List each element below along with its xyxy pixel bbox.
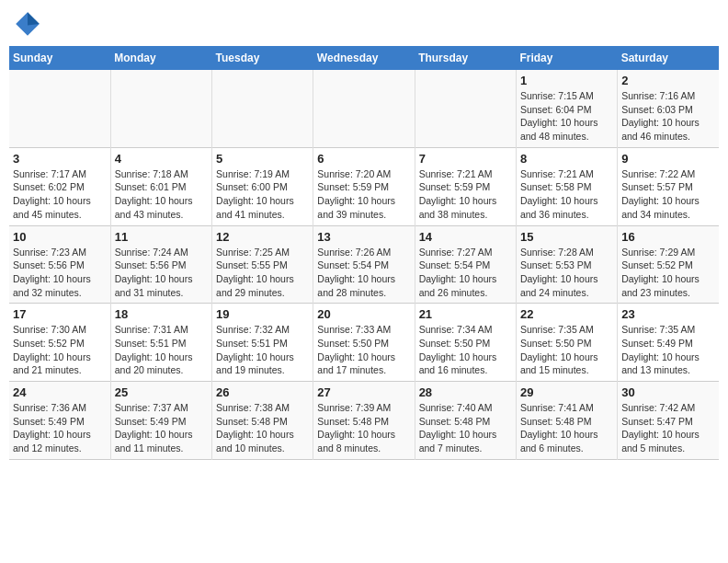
day-of-week-header: Friday bbox=[516, 46, 617, 70]
day-of-week-header: Saturday bbox=[618, 46, 719, 70]
day-number: 1 bbox=[520, 74, 613, 87]
day-info: Sunrise: 7:22 AM Sunset: 5:57 PM Dayligh… bbox=[621, 167, 715, 222]
calendar-day-cell bbox=[212, 70, 313, 147]
day-info: Sunrise: 7:38 AM Sunset: 5:48 PM Dayligh… bbox=[216, 401, 309, 455]
day-info: Sunrise: 7:40 AM Sunset: 5:48 PM Dayligh… bbox=[419, 401, 512, 455]
calendar-week-row: 24Sunrise: 7:36 AM Sunset: 5:49 PM Dayli… bbox=[9, 382, 719, 460]
calendar-day-cell: 28Sunrise: 7:40 AM Sunset: 5:48 PM Dayli… bbox=[415, 382, 516, 460]
day-info: Sunrise: 7:26 AM Sunset: 5:54 PM Dayligh… bbox=[317, 246, 410, 300]
day-number: 18 bbox=[115, 307, 208, 321]
calendar-day-cell: 30Sunrise: 7:42 AM Sunset: 5:47 PM Dayli… bbox=[618, 382, 719, 460]
day-info: Sunrise: 7:31 AM Sunset: 5:51 PM Dayligh… bbox=[115, 323, 208, 377]
day-number: 3 bbox=[13, 152, 107, 166]
day-number: 16 bbox=[621, 230, 715, 244]
day-info: Sunrise: 7:33 AM Sunset: 5:50 PM Dayligh… bbox=[317, 323, 410, 377]
calendar-week-row: 17Sunrise: 7:30 AM Sunset: 5:52 PM Dayli… bbox=[9, 304, 719, 382]
day-number: 27 bbox=[317, 385, 410, 399]
logo bbox=[13, 9, 46, 39]
day-number: 13 bbox=[317, 230, 410, 244]
day-info: Sunrise: 7:34 AM Sunset: 5:50 PM Dayligh… bbox=[419, 323, 512, 377]
calendar-day-cell: 16Sunrise: 7:29 AM Sunset: 5:52 PM Dayli… bbox=[618, 225, 719, 304]
day-of-week-header: Tuesday bbox=[212, 46, 313, 70]
day-number: 22 bbox=[520, 307, 613, 321]
svg-marker-1 bbox=[28, 12, 40, 25]
calendar-day-cell: 7Sunrise: 7:21 AM Sunset: 5:59 PM Daylig… bbox=[415, 147, 516, 225]
calendar-day-cell: 15Sunrise: 7:28 AM Sunset: 5:53 PM Dayli… bbox=[516, 225, 617, 304]
day-number: 12 bbox=[216, 230, 309, 244]
day-info: Sunrise: 7:25 AM Sunset: 5:55 PM Dayligh… bbox=[216, 246, 309, 300]
calendar-day-cell: 9Sunrise: 7:22 AM Sunset: 5:57 PM Daylig… bbox=[618, 147, 719, 225]
calendar-day-cell: 24Sunrise: 7:36 AM Sunset: 5:49 PM Dayli… bbox=[9, 382, 110, 460]
day-number: 24 bbox=[13, 385, 107, 399]
day-info: Sunrise: 7:18 AM Sunset: 6:01 PM Dayligh… bbox=[115, 167, 208, 222]
calendar-day-cell: 17Sunrise: 7:30 AM Sunset: 5:52 PM Dayli… bbox=[9, 304, 110, 382]
day-number: 25 bbox=[115, 385, 208, 399]
calendar-day-cell: 26Sunrise: 7:38 AM Sunset: 5:48 PM Dayli… bbox=[212, 382, 313, 460]
calendar-day-cell: 22Sunrise: 7:35 AM Sunset: 5:50 PM Dayli… bbox=[516, 304, 617, 382]
day-number: 20 bbox=[317, 307, 410, 321]
day-number: 5 bbox=[216, 152, 309, 166]
day-number: 28 bbox=[419, 385, 512, 399]
day-number: 30 bbox=[621, 385, 715, 399]
day-number: 26 bbox=[216, 385, 309, 399]
calendar-day-cell: 18Sunrise: 7:31 AM Sunset: 5:51 PM Dayli… bbox=[110, 304, 211, 382]
calendar-day-cell bbox=[9, 70, 110, 147]
calendar-day-cell: 20Sunrise: 7:33 AM Sunset: 5:50 PM Dayli… bbox=[313, 304, 415, 382]
day-number: 14 bbox=[419, 230, 512, 244]
calendar-day-cell bbox=[313, 70, 415, 147]
day-info: Sunrise: 7:35 AM Sunset: 5:50 PM Dayligh… bbox=[520, 323, 613, 377]
day-number: 6 bbox=[317, 152, 410, 166]
day-number: 21 bbox=[419, 307, 512, 321]
day-number: 8 bbox=[520, 152, 613, 166]
calendar-day-cell: 5Sunrise: 7:19 AM Sunset: 6:00 PM Daylig… bbox=[212, 147, 313, 225]
day-info: Sunrise: 7:36 AM Sunset: 5:49 PM Dayligh… bbox=[13, 401, 107, 455]
day-info: Sunrise: 7:27 AM Sunset: 5:54 PM Dayligh… bbox=[419, 246, 512, 300]
day-info: Sunrise: 7:24 AM Sunset: 5:56 PM Dayligh… bbox=[115, 246, 208, 300]
day-info: Sunrise: 7:16 AM Sunset: 6:03 PM Dayligh… bbox=[621, 89, 715, 144]
calendar-day-cell: 2Sunrise: 7:16 AM Sunset: 6:03 PM Daylig… bbox=[618, 70, 719, 147]
calendar-day-cell: 23Sunrise: 7:35 AM Sunset: 5:49 PM Dayli… bbox=[618, 304, 719, 382]
calendar-day-cell: 3Sunrise: 7:17 AM Sunset: 6:02 PM Daylig… bbox=[9, 147, 110, 225]
calendar-day-cell bbox=[110, 70, 211, 147]
calendar-day-cell: 21Sunrise: 7:34 AM Sunset: 5:50 PM Dayli… bbox=[415, 304, 516, 382]
calendar-day-cell: 8Sunrise: 7:21 AM Sunset: 5:58 PM Daylig… bbox=[516, 147, 617, 225]
day-number: 15 bbox=[520, 230, 613, 244]
calendar-table: SundayMondayTuesdayWednesdayThursdayFrid… bbox=[9, 46, 719, 460]
calendar-day-cell: 4Sunrise: 7:18 AM Sunset: 6:01 PM Daylig… bbox=[110, 147, 211, 225]
day-info: Sunrise: 7:23 AM Sunset: 5:56 PM Dayligh… bbox=[13, 246, 107, 300]
day-info: Sunrise: 7:29 AM Sunset: 5:52 PM Dayligh… bbox=[621, 246, 715, 300]
logo-icon bbox=[13, 9, 42, 39]
day-info: Sunrise: 7:39 AM Sunset: 5:48 PM Dayligh… bbox=[317, 401, 410, 455]
day-info: Sunrise: 7:19 AM Sunset: 6:00 PM Dayligh… bbox=[216, 167, 309, 222]
calendar-day-cell: 13Sunrise: 7:26 AM Sunset: 5:54 PM Dayli… bbox=[313, 225, 415, 304]
calendar-week-row: 3Sunrise: 7:17 AM Sunset: 6:02 PM Daylig… bbox=[9, 147, 719, 225]
page-header bbox=[9, 9, 719, 39]
day-info: Sunrise: 7:41 AM Sunset: 5:48 PM Dayligh… bbox=[520, 401, 613, 455]
day-number: 19 bbox=[216, 307, 309, 321]
day-number: 7 bbox=[419, 152, 512, 166]
day-of-week-header: Thursday bbox=[415, 46, 516, 70]
day-info: Sunrise: 7:35 AM Sunset: 5:49 PM Dayligh… bbox=[621, 323, 715, 377]
day-info: Sunrise: 7:21 AM Sunset: 5:59 PM Dayligh… bbox=[419, 167, 512, 222]
calendar-day-cell: 10Sunrise: 7:23 AM Sunset: 5:56 PM Dayli… bbox=[9, 225, 110, 304]
day-number: 10 bbox=[13, 230, 107, 244]
day-info: Sunrise: 7:20 AM Sunset: 5:59 PM Dayligh… bbox=[317, 167, 410, 222]
day-of-week-header: Monday bbox=[110, 46, 211, 70]
calendar-day-cell: 11Sunrise: 7:24 AM Sunset: 5:56 PM Dayli… bbox=[110, 225, 211, 304]
day-number: 11 bbox=[115, 230, 208, 244]
day-number: 9 bbox=[621, 152, 715, 166]
day-info: Sunrise: 7:32 AM Sunset: 5:51 PM Dayligh… bbox=[216, 323, 309, 377]
day-of-week-header: Sunday bbox=[9, 46, 110, 70]
day-number: 17 bbox=[13, 307, 107, 321]
calendar-day-cell: 14Sunrise: 7:27 AM Sunset: 5:54 PM Dayli… bbox=[415, 225, 516, 304]
calendar-header-row: SundayMondayTuesdayWednesdayThursdayFrid… bbox=[9, 46, 719, 70]
calendar-week-row: 1Sunrise: 7:15 AM Sunset: 6:04 PM Daylig… bbox=[9, 70, 719, 147]
day-info: Sunrise: 7:28 AM Sunset: 5:53 PM Dayligh… bbox=[520, 246, 613, 300]
calendar-week-row: 10Sunrise: 7:23 AM Sunset: 5:56 PM Dayli… bbox=[9, 225, 719, 304]
day-number: 23 bbox=[621, 307, 715, 321]
calendar-day-cell bbox=[415, 70, 516, 147]
day-info: Sunrise: 7:37 AM Sunset: 5:49 PM Dayligh… bbox=[115, 401, 208, 455]
calendar-day-cell: 1Sunrise: 7:15 AM Sunset: 6:04 PM Daylig… bbox=[516, 70, 617, 147]
calendar-day-cell: 19Sunrise: 7:32 AM Sunset: 5:51 PM Dayli… bbox=[212, 304, 313, 382]
day-info: Sunrise: 7:15 AM Sunset: 6:04 PM Dayligh… bbox=[520, 89, 613, 144]
